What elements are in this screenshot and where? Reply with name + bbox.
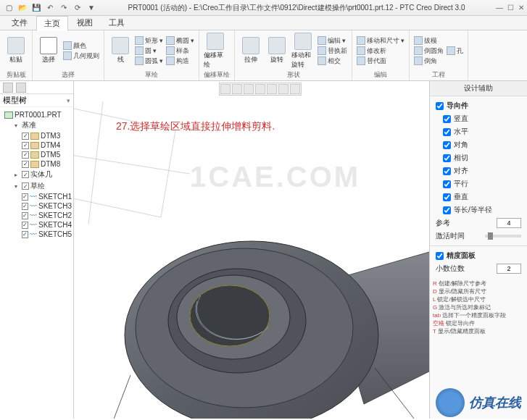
constraint-check[interactable]	[443, 154, 451, 162]
constraint-check[interactable]	[443, 128, 451, 136]
menu-view[interactable]: 视图	[70, 16, 100, 30]
constraint-check[interactable]	[443, 167, 451, 175]
tree-datum-item[interactable]: ✓DTM4	[1, 140, 72, 150]
appearance-button[interactable]: 颜色	[63, 41, 99, 51]
paste-button[interactable]: 粘贴	[4, 37, 28, 64]
constraint-check[interactable]	[443, 180, 451, 188]
move-rotate-button[interactable]: 移动和旋转	[291, 33, 315, 70]
param-input[interactable]	[497, 218, 521, 228]
tree-sketch-group[interactable]: ▾✓草绘	[1, 180, 72, 192]
regenerate-icon[interactable]: ⟳	[72, 2, 83, 14]
maximize-icon[interactable]: ☐	[507, 4, 514, 12]
tree-sketch-item[interactable]: ✓〰SKETCH3	[1, 201, 72, 211]
tree-sketch-item[interactable]: ✓〰SKETCH4	[1, 220, 72, 230]
redo-icon[interactable]: ↷	[58, 2, 70, 14]
new-icon[interactable]: ▢	[3, 2, 14, 14]
hole-button[interactable]: 孔	[447, 46, 463, 56]
construct-button[interactable]: 构造	[166, 56, 194, 66]
constraint-check[interactable]	[443, 141, 451, 149]
layer-tab-icon[interactable]	[16, 83, 26, 93]
constraints-toggle[interactable]	[436, 102, 444, 110]
line-button[interactable]: 线	[109, 37, 132, 64]
delay-slider[interactable]	[485, 235, 521, 238]
constraint-check[interactable]	[443, 206, 451, 214]
undo-icon[interactable]: ↶	[44, 2, 56, 14]
modify-button[interactable]: 修改析	[357, 46, 404, 56]
close-windows-icon[interactable]: ▼	[86, 2, 97, 14]
footer-brand: 仿真在线	[436, 388, 521, 417]
design-assist-panel: 设计辅助 导向件 竖直水平对角相切对齐平行垂直等长/等半径 参考 激活时间 精度…	[429, 81, 527, 419]
shortcut-hints: R 创建/解除尺寸参考D 显示/隐藏所有尺寸L 锁定/解锁选中尺寸G 激活与所选…	[430, 278, 527, 337]
edit-plane-button[interactable]: 替代面	[357, 56, 404, 66]
brand-logo-icon	[436, 388, 465, 417]
tree-datum-item[interactable]: ✓DTM3	[1, 131, 72, 140]
fit-icon[interactable]	[220, 84, 231, 94]
window-title: PRT0001 (活动的) - E:\Creo工作目录\工作文件\0912\Di…	[97, 3, 496, 13]
tree-tab-icon[interactable]	[3, 83, 13, 93]
ellipse-button[interactable]: 椭圆 ▾	[166, 36, 194, 46]
constraint-check[interactable]	[443, 193, 451, 201]
tree-sketch-item[interactable]: ✓〰SKETCH5	[1, 230, 72, 239]
svg-point-10	[190, 285, 270, 346]
minimize-icon[interactable]: —	[496, 4, 503, 12]
arc-button[interactable]: 圆弧 ▾	[135, 56, 163, 66]
ribbon: 粘贴 剪贴板 选择 颜色 几何规则 选择 线 矩形 ▾ 圆 ▾ 圆弧 ▾ 椭圆 …	[0, 30, 527, 81]
decimal-input[interactable]	[497, 264, 521, 274]
svg-line-5	[74, 152, 190, 174]
constraint-check[interactable]	[443, 115, 451, 123]
tree-datum-group[interactable]: ▾基准	[1, 119, 72, 131]
part-3d-model	[88, 172, 429, 419]
instruction-text: 27.选择草绘区域直接拉伸增料剪料.	[116, 120, 275, 133]
menu-home[interactable]: 主页	[36, 16, 68, 31]
precision-toggle[interactable]	[436, 252, 444, 260]
select-button[interactable]: 选择	[37, 37, 60, 64]
tree-datum-item[interactable]: ✓DTM5	[1, 150, 72, 159]
tree-root[interactable]: PRT0001.PRT	[1, 110, 72, 119]
view-mini-toolbar	[219, 83, 302, 96]
zoom-icon[interactable]	[232, 84, 242, 94]
replace-button[interactable]: 替换新	[318, 46, 347, 56]
offset-sketch-button[interactable]: 偏移草绘	[204, 33, 227, 70]
design-panel-title: 设计辅助	[430, 81, 527, 96]
spline-button[interactable]: 样条	[166, 46, 194, 56]
display-style-icon[interactable]	[290, 84, 300, 94]
tree-sketch-item[interactable]: ✓〰SKETCH2	[1, 211, 72, 220]
edit-button[interactable]: 编辑 ▾	[318, 36, 347, 46]
extrude-button[interactable]: 拉伸	[239, 37, 262, 64]
saved-view-icon[interactable]	[278, 84, 289, 94]
graphics-canvas[interactable]: 27.选择草绘区域直接拉伸增料剪料. 1CAE.COM	[74, 81, 429, 419]
view-mode-icon[interactable]	[267, 84, 277, 94]
menu-tools[interactable]: 工具	[101, 16, 132, 30]
fillet-button[interactable]: 倒圆角	[414, 46, 444, 56]
circle-button[interactable]: 圆 ▾	[135, 46, 163, 56]
pan-icon[interactable]	[244, 84, 254, 94]
tree-sketch-item[interactable]: ✓〰SKETCH1	[1, 192, 72, 201]
chamfer-button[interactable]: 倒角	[414, 56, 444, 66]
model-tree-panel: 模型树 ▾ PRT0001.PRT ▾基准 ✓DTM3✓DTM4✓DTM5✓DT…	[0, 81, 74, 419]
close-icon[interactable]: ✕	[518, 4, 524, 12]
menu-file[interactable]: 文件	[4, 16, 35, 30]
draft-button[interactable]: 拔模	[414, 36, 444, 46]
tree-settings-icon[interactable]: ▾	[67, 97, 70, 104]
tree-datum-item[interactable]: ✓DTM8	[1, 159, 72, 169]
tree-title: 模型树	[3, 95, 27, 106]
move-size-button[interactable]: 移动和尺寸 ▾	[357, 36, 404, 46]
save-icon[interactable]: 💾	[30, 2, 42, 14]
tree-body-group[interactable]: ▸✓实体几	[1, 169, 72, 180]
geom-rules-button[interactable]: 几何规则	[63, 51, 99, 61]
intersect-button[interactable]: 相交	[318, 56, 347, 66]
rotate-icon[interactable]	[255, 84, 265, 94]
open-icon[interactable]: 📂	[17, 2, 28, 14]
rect-button[interactable]: 矩形 ▾	[135, 36, 163, 46]
revolve-button[interactable]: 旋转	[265, 37, 289, 64]
